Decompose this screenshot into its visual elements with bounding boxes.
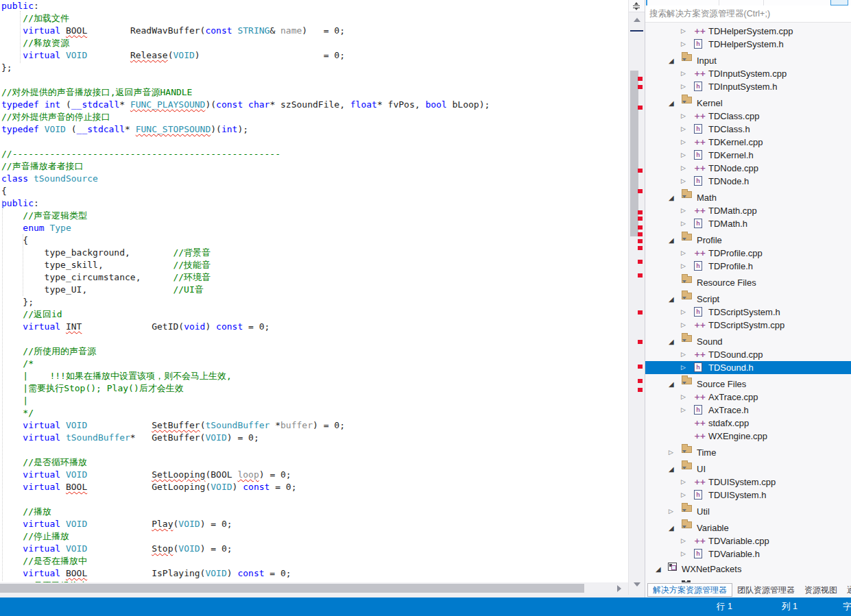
chevron-expanded-icon[interactable]: ◢ [656,563,664,576]
tree-item[interactable]: ▷hTDVariable.h [645,547,851,560]
chevron-expanded-icon[interactable]: ◢ [669,191,677,204]
chevron-expanded-icon[interactable]: ◢ [669,378,677,391]
toolbar-button[interactable] [830,0,848,5]
chevron-collapsed-icon[interactable]: ▷ [681,391,689,404]
chevron-collapsed-icon[interactable]: ▷ [681,361,689,374]
tree-item[interactable]: ▷++TDScriptSystm.cpp [645,319,851,332]
chevron-collapsed-icon[interactable]: ▷ [681,162,689,175]
chevron-collapsed-icon[interactable]: ▷ [681,348,689,361]
tree-item[interactable]: ▷hTDScriptSystem.h [645,306,851,319]
tree-item[interactable]: ▷hTDNode.h [645,175,851,188]
scroll-up-arrow-icon[interactable] [634,18,640,22]
chevron-collapsed-icon[interactable]: ▷ [681,476,689,489]
tree-item[interactable]: ◢Script [645,293,851,306]
code-line: /* [1,358,490,370]
chevron-collapsed-icon[interactable]: ▷ [681,123,689,136]
tree-item[interactable]: ▷++TDInputSystem.cpp [645,67,851,80]
tree-item[interactable]: ◢Input [645,54,851,67]
chevron-collapsed-icon[interactable]: ▷ [681,247,689,260]
tree-item[interactable]: ◢Kernel [645,97,851,110]
tree-item[interactable]: ◢Source Files [645,378,851,391]
code-editor[interactable]: public: //加载文件 virtual BOOL ReadWavBuffe… [0,0,628,582]
chevron-collapsed-icon[interactable]: ▷ [681,404,689,417]
scroll-right-arrow-icon[interactable] [617,585,621,592]
tree-item[interactable]: ◢Variable [645,521,851,534]
chevron-collapsed-icon[interactable]: ▷ [681,204,689,217]
chevron-collapsed-icon[interactable]: ▷ [681,547,689,560]
tree-item[interactable]: ▷hTDClass.h [645,123,851,136]
chevron-expanded-icon[interactable]: ◢ [669,335,677,348]
chevron-collapsed-icon[interactable]: ▷ [681,80,689,93]
tree-item[interactable]: ◢WXNetPackets [645,563,851,576]
chevron-collapsed-icon[interactable]: ▷ [681,67,689,80]
tree-item-label: TDHelperSystem.h [708,38,784,51]
chevron-collapsed-icon[interactable]: ▷ [681,217,689,230]
tree-item[interactable]: ▷hAxTrace.h [645,404,851,417]
tree-item[interactable]: ▷hTDMath.h [645,217,851,230]
chevron-collapsed-icon[interactable]: ▷ [669,505,677,518]
tree-item[interactable]: ▷Time [645,446,851,459]
chevron-collapsed-icon[interactable]: ▷ [681,260,689,273]
tree-item[interactable]: ▷hTDUISystem.h [645,489,851,502]
code-area: public: //加载文件 virtual BOOL ReadWavBuffe… [1,0,490,582]
tree-item[interactable]: ▷++TDNode.cpp [645,162,851,175]
tree-item[interactable]: ▷++TDKernel.cpp [645,136,851,149]
editor-horizontal-scrollbar[interactable] [0,582,628,595]
chevron-collapsed-icon[interactable]: ▷ [681,110,689,123]
tree-item[interactable]: ▷hTDInputSystem.h [645,80,851,93]
h-icon: h [694,39,702,49]
tree-item[interactable]: Resource Files [645,276,851,289]
tree-item[interactable]: ++stdafx.cpp [645,417,851,430]
chevron-collapsed-icon[interactable]: ▷ [669,446,677,459]
tree-item[interactable]: ▷++TDSound.cpp [645,348,851,361]
editor-vertical-scrollbar[interactable] [628,0,645,595]
tab-team-explorer[interactable]: 团队资源管理器 [732,584,800,596]
chevron-collapsed-icon[interactable]: ▷ [681,38,689,51]
code-line: //返回id [1,308,490,321]
tree-item[interactable]: ++WXEngine.cpp [645,430,851,443]
tab-solution-explorer[interactable]: 解决方案资源管理器 [647,583,732,597]
horizontal-scrollbar-thumb[interactable] [0,584,584,593]
folder-icon [682,293,692,299]
tree-item[interactable]: ▷hTDSound.h [645,361,851,374]
tree-item[interactable]: ▷++TDMath.cpp [645,204,851,217]
tree-item[interactable]: ▷hTDKernel.h [645,149,851,162]
chevron-collapsed-icon[interactable]: ▷ [681,319,689,332]
search-input[interactable] [645,5,851,23]
tab-resource-view[interactable]: 资源视图 [800,584,842,596]
tree-item[interactable]: ▷++TDProfile.cpp [645,247,851,260]
tree-item[interactable]: ▷hTDHelperSystem.h [645,38,851,51]
tree-item[interactable]: ▷++TDVariable.cpp [645,534,851,547]
tree-item[interactable]: ◢Profile [645,234,851,247]
chevron-expanded-icon[interactable]: ◢ [669,521,677,534]
tree-item[interactable]: ◢UI [645,463,851,476]
tree-item-label: Sound [697,335,723,348]
splitter-handle[interactable] [629,0,645,12]
scroll-down-arrow-icon[interactable] [634,582,640,587]
tree-item[interactable]: ▷++TDClass.cpp [645,110,851,123]
tree-item[interactable]: ▷hTDProfile.h [645,260,851,273]
code-line: virtual BOOL IsPlaying(VOID) const = 0; [1,567,490,580]
chevron-collapsed-icon[interactable]: ▷ [681,306,689,319]
status-bar: 行 1 列 1 字 [0,597,851,616]
chevron-collapsed-icon[interactable]: ▷ [681,175,689,188]
tree-item[interactable]: ◢Math [645,191,851,204]
code-line: virtual VOID Stop(VOID) = 0; [1,543,490,555]
tree-item[interactable]: ◢Sound [645,335,851,348]
chevron-expanded-icon[interactable]: ◢ [669,97,677,110]
tree-item[interactable]: ▷++TDHelperSystem.cpp [645,25,851,38]
chevron-collapsed-icon[interactable]: ▷ [681,489,689,502]
chevron-expanded-icon[interactable]: ◢ [669,234,677,247]
chevron-expanded-icon[interactable]: ◢ [669,54,677,67]
chevron-collapsed-icon[interactable]: ▷ [681,534,689,547]
chevron-collapsed-icon[interactable]: ▷ [681,25,689,38]
chevron-collapsed-icon[interactable]: ▷ [681,136,689,149]
tree-item[interactable]: ▷++AxTrace.cpp [645,391,851,404]
tree-item[interactable]: ▷Util [645,505,851,518]
chevron-collapsed-icon[interactable]: ▷ [681,149,689,162]
tab-notifications[interactable]: 通知 [842,584,851,596]
tree-item[interactable]: ▷++TDUISystem.cpp [645,476,851,489]
chevron-expanded-icon[interactable]: ◢ [669,293,677,306]
code-line: virtual BOOL ReadWavBuffer(const STRING&… [1,25,490,37]
chevron-expanded-icon[interactable]: ◢ [669,463,677,476]
